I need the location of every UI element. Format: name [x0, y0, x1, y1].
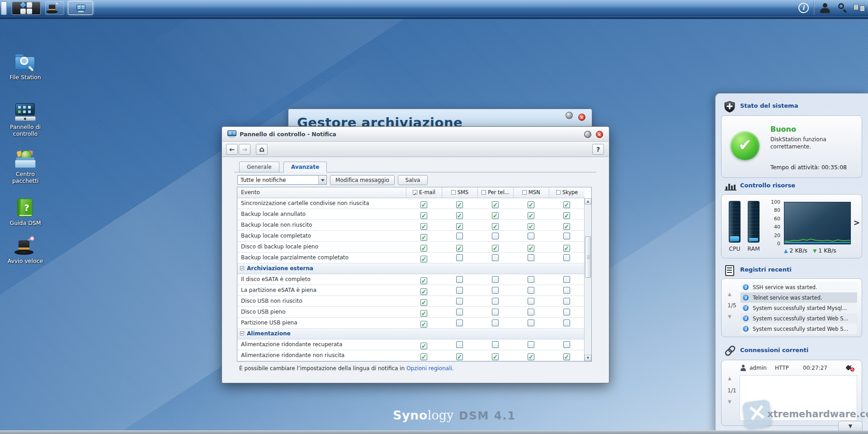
log-entry[interactable]: iSystem successfully started Web S...	[741, 313, 857, 324]
desktop-icon-package-center[interactable]: Centro pacchetti	[4, 150, 47, 184]
unchecked-checkbox-skype[interactable]	[563, 320, 570, 326]
unchecked-checkbox-msn[interactable]	[528, 320, 534, 326]
unchecked-checkbox-msn[interactable]	[528, 298, 534, 305]
unchecked-checkbox-sms[interactable]	[456, 233, 463, 239]
checked-checkbox-msn[interactable]	[528, 353, 534, 360]
column-checkbox[interactable]	[451, 190, 456, 195]
checked-checkbox-email[interactable]	[420, 256, 427, 262]
save-button[interactable]: Salva	[398, 175, 428, 185]
checked-checkbox-email[interactable]	[420, 343, 427, 349]
unchecked-checkbox-pertel[interactable]	[492, 298, 499, 305]
checked-checkbox-email[interactable]	[420, 288, 427, 295]
event-row[interactable]: Partizione USB piena	[237, 318, 585, 329]
event-row[interactable]: Disco di backup locale pieno	[237, 242, 585, 253]
event-row[interactable]: Backup locale completato	[237, 231, 585, 242]
home-button[interactable]	[256, 144, 268, 155]
collapse-icon[interactable]	[240, 266, 244, 270]
chevron-down-icon[interactable]	[318, 176, 326, 184]
unchecked-checkbox-skype[interactable]	[563, 298, 570, 305]
unchecked-checkbox-sms[interactable]	[456, 287, 463, 294]
checked-checkbox-email[interactable]	[420, 277, 427, 284]
event-row[interactable]: Sincronizzazione cartelle condivise non …	[237, 198, 585, 209]
unchecked-checkbox-msn[interactable]	[528, 233, 534, 239]
column-header-msn[interactable]: MSN	[513, 187, 549, 198]
unchecked-checkbox-pertel[interactable]	[492, 254, 499, 261]
checked-checkbox-sms[interactable]	[456, 201, 463, 208]
search-button[interactable]	[836, 2, 850, 14]
event-row[interactable]: Alimentazione ridondante non riuscita	[237, 350, 585, 361]
checked-checkbox-sms[interactable]	[456, 223, 463, 230]
unchecked-checkbox-skype[interactable]	[563, 233, 570, 239]
edit-message-button[interactable]: Modifica messaggio	[330, 175, 395, 185]
checked-checkbox-email[interactable]	[420, 299, 427, 306]
unchecked-checkbox-msn[interactable]	[528, 309, 534, 315]
unchecked-checkbox-pertel[interactable]	[492, 233, 499, 239]
event-row[interactable]: Disco USB non riuscito	[237, 296, 585, 307]
pager-down-arrow[interactable]: ▼	[728, 314, 731, 319]
user-menu-button[interactable]	[818, 2, 832, 14]
log-entry[interactable]: iSystem successfully started Mysql...	[741, 303, 857, 313]
event-row[interactable]: Backup locale parzialmente completato	[237, 253, 585, 263]
unchecked-checkbox-sms[interactable]	[456, 254, 463, 261]
checked-checkbox-pertel[interactable]	[492, 353, 499, 360]
checked-checkbox-email[interactable]	[420, 223, 427, 230]
event-row[interactable]: Disco USB pieno	[237, 307, 585, 318]
quick-start-taskbar-button[interactable]	[45, 1, 64, 15]
unchecked-checkbox-sms[interactable]	[456, 341, 463, 348]
checked-checkbox-msn[interactable]	[528, 245, 534, 252]
checked-checkbox-pertel[interactable]	[492, 245, 499, 252]
checked-checkbox-email[interactable]	[420, 310, 427, 317]
event-row[interactable]: Il disco eSATA è completo	[237, 274, 585, 285]
unchecked-checkbox-sms[interactable]	[456, 309, 463, 315]
collapse-icon[interactable]	[240, 331, 244, 335]
close-button[interactable]: ×	[596, 131, 603, 138]
unchecked-checkbox-msn[interactable]	[528, 276, 534, 283]
help-button[interactable]	[592, 144, 604, 155]
main-menu-button[interactable]	[12, 1, 41, 15]
checked-checkbox-email[interactable]	[420, 321, 427, 328]
checked-checkbox-email[interactable]	[420, 353, 427, 360]
unchecked-checkbox-skype[interactable]	[563, 276, 570, 283]
back-button[interactable]	[226, 144, 238, 155]
checked-checkbox-pertel[interactable]	[492, 212, 499, 219]
regional-options-link[interactable]: Opzioni regionali	[406, 365, 452, 372]
column-checkbox[interactable]	[522, 190, 527, 195]
column-checkbox[interactable]	[481, 190, 486, 195]
pager-up-arrow[interactable]: ▲	[728, 376, 731, 381]
unchecked-checkbox-pertel[interactable]	[492, 320, 499, 326]
notification-filter-select[interactable]: Tutte le notifiche	[237, 175, 327, 185]
info-button[interactable]: i	[797, 2, 810, 14]
checked-checkbox-pertel[interactable]	[492, 223, 499, 230]
event-row[interactable]: La partizione eSATA è piena	[237, 285, 585, 296]
column-checkbox[interactable]	[413, 190, 417, 195]
desktop-icon-dsm-help[interactable]: ?Guida DSM	[4, 198, 47, 226]
checked-checkbox-sms[interactable]	[456, 353, 463, 360]
event-row[interactable]: Backup locale non riuscito	[237, 220, 585, 231]
checked-checkbox-msn[interactable]	[528, 223, 534, 230]
show-desktop-button[interactable]	[1, 1, 7, 15]
checked-checkbox-msn[interactable]	[528, 201, 534, 208]
pager-down-arrow[interactable]: ▼	[728, 399, 731, 404]
checked-checkbox-email[interactable]	[420, 234, 427, 241]
desktop-icon-quick-start[interactable]: Avvio veloce	[4, 236, 47, 264]
dialog-titlebar[interactable]: Pannello di controllo - Notifica ×	[222, 127, 609, 142]
checked-checkbox-skype[interactable]	[563, 201, 570, 208]
checked-checkbox-email[interactable]	[420, 245, 427, 252]
minimize-button[interactable]	[584, 131, 591, 138]
expand-arrow-icon[interactable]: >	[854, 218, 860, 227]
event-column-header[interactable]: Evento	[241, 189, 260, 196]
unchecked-checkbox-msn[interactable]	[528, 341, 534, 348]
desktop-icon-control-panel[interactable]: Pannello di controllo	[4, 103, 47, 137]
checked-checkbox-sms[interactable]	[456, 212, 463, 219]
log-entry[interactable]: iTelnet service was started.	[741, 292, 857, 303]
unchecked-checkbox-skype[interactable]	[563, 341, 570, 348]
checked-checkbox-email[interactable]	[420, 201, 427, 208]
checked-checkbox-skype[interactable]	[563, 353, 570, 360]
tab-generale[interactable]: Generale	[239, 162, 279, 172]
tab-avanzate[interactable]: Avanzate	[283, 162, 327, 172]
checked-checkbox-msn[interactable]	[528, 212, 534, 219]
unchecked-checkbox-skype[interactable]	[563, 287, 570, 294]
unchecked-checkbox-skype[interactable]	[563, 254, 570, 261]
minimize-button[interactable]	[566, 112, 573, 119]
checked-checkbox-skype[interactable]	[563, 212, 570, 219]
